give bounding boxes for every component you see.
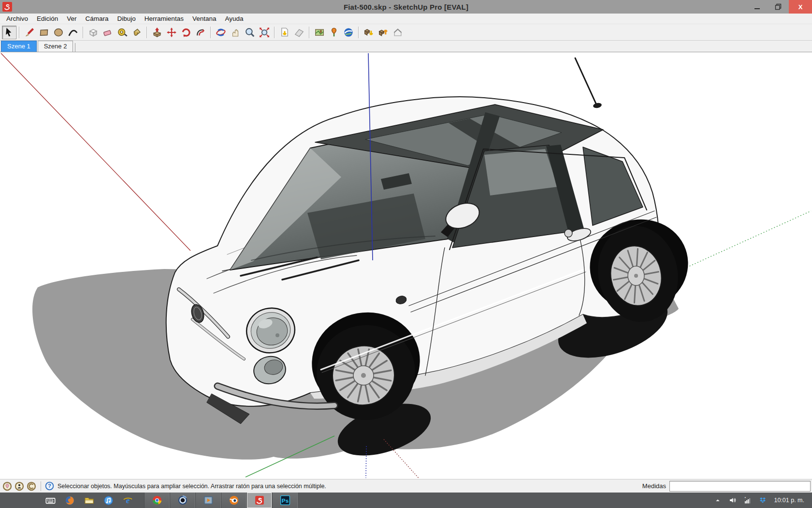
svg-text:?: ? <box>48 483 51 489</box>
taskbar-chrome-button[interactable] <box>144 493 170 508</box>
taskbar-media-player-button[interactable] <box>195 493 221 508</box>
taskbar-sketchup-button[interactable] <box>246 493 272 508</box>
network-icon[interactable]: * <box>742 495 753 506</box>
tool-rotate-button[interactable] <box>179 26 193 39</box>
help-icon[interactable]: ? <box>45 481 54 491</box>
geolocation-badge-icon[interactable] <box>2 481 12 491</box>
scene-tab-bar: Szene 1Szene 2 <box>0 41 812 52</box>
window-title: Fiat-500.skp - SketchUp Pro [EVAL] <box>0 3 812 11</box>
tool-get-models-button[interactable] <box>362 26 376 39</box>
tool-move-button[interactable] <box>164 26 179 39</box>
system-tray: * 10:01 p. m. <box>708 495 812 506</box>
menu-herramientas[interactable]: Herramientas <box>140 14 188 23</box>
tool-share-model-button[interactable] <box>376 26 391 39</box>
tool-google-earth-button[interactable] <box>341 26 356 39</box>
attribution-badge-icon[interactable] <box>14 481 24 491</box>
menu-ventana[interactable]: Ventana <box>188 14 221 23</box>
scene-tab-1[interactable]: Szene 1 <box>1 41 37 52</box>
statusbar: ? Seleccionar objetos. Mayúsculas para a… <box>0 479 812 493</box>
taskbar-shutter-app-button[interactable] <box>170 493 195 508</box>
svg-text:*: * <box>745 496 746 500</box>
tool-select-button[interactable] <box>2 26 16 39</box>
tool-zoom-extents-button[interactable] <box>257 26 272 39</box>
tool-warehouse-house-button[interactable] <box>391 26 405 39</box>
taskbar: e Ps * 10:01 p. m. <box>0 493 812 508</box>
menu-edicion[interactable]: Edición <box>32 14 62 23</box>
refresh-badge-icon[interactable] <box>27 481 36 491</box>
restore-button[interactable] <box>768 0 789 14</box>
taskbar-touch-keyboard-icon[interactable] <box>41 493 60 508</box>
tool-section-plane-button[interactable] <box>292 26 306 39</box>
minimize-button[interactable] <box>746 0 768 14</box>
dropbox-icon[interactable] <box>757 495 768 506</box>
toolbar-separator <box>309 27 310 38</box>
toolbar-separator <box>19 27 20 38</box>
tool-paint-bucket-button[interactable] <box>130 26 144 39</box>
toolbar-separator <box>83 27 84 38</box>
tool-make-component-button[interactable] <box>86 26 101 39</box>
svg-text:e: e <box>126 496 130 505</box>
menu-ayuda[interactable]: Ayuda <box>220 14 247 23</box>
menu-archivo[interactable]: Archivo <box>2 14 32 23</box>
red-axis-line <box>1 53 190 251</box>
menu-ver[interactable]: Ver <box>62 14 81 23</box>
scene-tab-2[interactable]: Szene 2 <box>38 41 73 52</box>
close-button[interactable]: X <box>789 0 812 14</box>
toolbar-separator <box>146 27 147 38</box>
tool-pan-button[interactable] <box>228 26 243 39</box>
volume-icon[interactable] <box>727 495 738 506</box>
svg-text:Ps: Ps <box>281 497 289 504</box>
tool-arc-button[interactable] <box>66 26 80 39</box>
tool-orbit-button[interactable] <box>214 26 228 39</box>
taskbar-photoshop-button[interactable]: Ps <box>272 493 298 508</box>
titlebar[interactable]: Fiat-500.skp - SketchUp Pro [EVAL] X <box>0 0 812 14</box>
tool-rectangle-button[interactable] <box>37 26 51 39</box>
tab-bar-divider <box>75 43 75 52</box>
menubar: ArchivoEdiciónVerCámaraDibujoHerramienta… <box>0 14 812 24</box>
toolbar <box>0 24 812 41</box>
tool-add-location-button[interactable] <box>312 26 327 39</box>
taskbar-blender-button[interactable] <box>221 493 246 508</box>
toolbar-separator <box>274 27 275 38</box>
fiat-500-model[interactable] <box>166 58 698 428</box>
taskbar-internet-explorer-icon[interactable]: e <box>118 493 137 508</box>
sketchup-window: Fiat-500.skp - SketchUp Pro [EVAL] X Arc… <box>0 0 812 508</box>
tool-push-pull-button[interactable] <box>150 26 164 39</box>
taskbar-itunes-icon[interactable] <box>99 493 118 508</box>
tool-circle-button[interactable] <box>51 26 66 39</box>
tool-eraser-button[interactable] <box>101 26 115 39</box>
taskbar-clock[interactable]: 10:01 p. m. <box>774 497 804 504</box>
measurements-input[interactable] <box>669 481 811 492</box>
menu-camara[interactable]: Cámara <box>81 14 113 23</box>
status-message: Seleccionar objetos. Mayúsculas para amp… <box>58 483 326 490</box>
tool-zoom-button[interactable] <box>243 26 257 39</box>
taskbar-firefox-icon[interactable] <box>60 493 79 508</box>
tray-expand-icon[interactable] <box>712 495 723 506</box>
toolbar-separator <box>210 27 211 38</box>
tool-export-image-button[interactable] <box>277 26 292 39</box>
taskbar-file-explorer-icon[interactable] <box>79 493 99 508</box>
tool-model-pin-button[interactable] <box>327 26 341 39</box>
antenna <box>575 58 602 109</box>
tool-line-button[interactable] <box>22 26 37 39</box>
toolbar-separator <box>358 27 359 38</box>
menu-dibujo[interactable]: Dibujo <box>113 14 140 23</box>
tool-tape-measure-button[interactable] <box>115 26 130 39</box>
viewport-canvas[interactable] <box>0 52 812 479</box>
measurements-label: Medidas <box>642 482 666 490</box>
tool-offset-button[interactable] <box>193 26 208 39</box>
